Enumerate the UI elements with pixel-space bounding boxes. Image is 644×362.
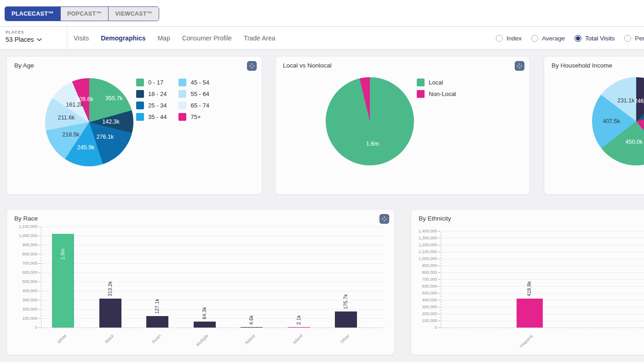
legend-swatch <box>417 79 425 86</box>
y-axis-tick-mark <box>438 259 440 259</box>
y-axis-tick-label: 0 <box>11 325 37 330</box>
pie-slice-label: 450.0k <box>626 139 643 145</box>
legend-label: 0 - 17 <box>148 79 163 86</box>
product-tab[interactable]: POPCAST™ <box>60 7 108 21</box>
y-axis-tick-label: 1,300,000 <box>410 236 437 240</box>
product-tab[interactable]: VIEWCAST™ <box>108 7 159 21</box>
x-axis-line <box>438 328 644 328</box>
radio-option-percentage[interactable]: Percentage <box>624 35 644 42</box>
y-axis-tick-mark <box>438 238 440 238</box>
expand-icon[interactable] <box>515 61 524 71</box>
x-axis-category-label: Multiple <box>183 333 209 359</box>
legend-label: 65 - 74 <box>190 102 209 109</box>
places-dropdown[interactable]: PLACES 53 Places <box>6 30 42 43</box>
gridline <box>441 231 644 232</box>
y-axis-tick-label: 500,000 <box>11 279 37 284</box>
pie-slice-label: 142.3k <box>102 119 120 125</box>
y-axis-tick-label: 600,000 <box>11 270 37 275</box>
y-axis-tick-mark <box>38 282 40 282</box>
card-title: By Ethnicity <box>419 215 451 222</box>
card-by-household-income: By Household Income 246450.0k407.5k231.1… <box>544 56 644 195</box>
y-axis-tick-label: 700,000 <box>410 277 437 282</box>
legend-swatch <box>178 90 186 98</box>
dashboard: PLACECAST™POPCAST™VIEWCAST™ PLACES 53 Pl… <box>0 0 644 362</box>
gridline <box>41 318 385 319</box>
x-axis-category-label: Native <box>230 333 256 359</box>
y-axis-tick-label: 300,000 <box>410 305 437 309</box>
x-axis-category-label: Hispanic <box>508 333 534 359</box>
y-axis-tick-mark <box>438 266 440 266</box>
y-axis-tick-label: 200,000 <box>410 311 437 316</box>
product-tab[interactable]: PLACECAST™ <box>5 7 60 21</box>
expand-icon[interactable] <box>247 61 257 71</box>
card-title: Local vs Nonlocal <box>283 62 332 69</box>
gridline <box>41 254 385 255</box>
nav-tab-map[interactable]: Map <box>157 34 170 42</box>
radio-option-total-visits[interactable]: Total Visits <box>575 35 615 42</box>
gridline <box>41 309 385 310</box>
y-axis-tick-label: 1,400,000 <box>410 229 437 233</box>
radio-option-index[interactable]: Index <box>496 35 522 42</box>
y-axis-tick-mark <box>38 309 40 310</box>
top-bar: PLACECAST™POPCAST™VIEWCAST™ <box>0 0 644 27</box>
y-axis-tick-label: 1,100,000 <box>11 224 37 229</box>
gridline <box>441 279 644 280</box>
expand-icon[interactable] <box>380 214 389 224</box>
gridline <box>41 282 385 282</box>
x-axis-category-label: Black <box>89 333 115 359</box>
pie-slice-label: 1.6m <box>366 141 379 147</box>
gridline <box>441 238 644 238</box>
y-axis-tick-mark <box>38 254 40 255</box>
gridline <box>41 272 385 273</box>
card-by-race: By Race 0100,000200,000300,000400,000500… <box>6 209 395 355</box>
chevron-down-icon <box>37 38 42 41</box>
legend-item: 45 - 54 <box>178 77 209 88</box>
radio-option-average[interactable]: Average <box>531 35 565 42</box>
legend-label: 25 - 34 <box>148 102 167 109</box>
y-axis-tick-mark <box>438 321 440 321</box>
nav-tab-demographics[interactable]: Demographics <box>101 34 145 42</box>
pie-slice-label: 246 <box>634 98 644 104</box>
card-by-age: By Age 355.7k142.3k276.1k245.9k218.5k211… <box>6 56 262 195</box>
y-axis-line <box>41 226 41 328</box>
radio-button-icon <box>531 35 538 42</box>
y-axis-tick-mark <box>438 245 440 245</box>
card-local-vs-nonlocal: Local vs Nonlocal 1.6mLocalNon-Local <box>275 56 530 195</box>
y-axis-line <box>441 231 441 328</box>
card-by-ethnicity: By Ethnicity 0100,000200,000300,000400,0… <box>411 209 644 355</box>
gridline <box>41 291 385 291</box>
gridline <box>441 272 644 273</box>
nav-tab-consumer-profile[interactable]: Consumer Profile <box>182 34 232 42</box>
nav-tab-trade-area[interactable]: Trade Area <box>244 34 276 42</box>
legend-swatch <box>136 102 144 109</box>
legend-swatch <box>136 90 144 98</box>
chart-legend: LocalNon-Local <box>417 77 456 100</box>
gridline <box>41 226 385 227</box>
x-axis-category-label: Asian <box>136 333 162 359</box>
y-axis-tick-label: 600,000 <box>410 284 437 288</box>
legend-item: Local <box>417 77 456 88</box>
nav-tab-visits[interactable]: Visits <box>74 34 89 42</box>
gridline <box>441 286 644 287</box>
y-axis-tick-label: 900,000 <box>410 263 437 268</box>
x-axis-category-label: White <box>41 333 68 359</box>
y-axis-tick-mark <box>438 231 440 232</box>
divider <box>67 27 67 50</box>
pie-slice-label: 218.5k <box>62 131 80 138</box>
pie-chart <box>45 78 133 166</box>
y-axis-tick-label: 100,000 <box>11 316 37 321</box>
bar-white <box>52 234 74 328</box>
legend-label: 55 - 64 <box>190 90 209 97</box>
legend-item: 75+ <box>178 111 209 123</box>
y-axis-tick-label: 700,000 <box>11 261 37 266</box>
y-axis-tick-mark <box>438 307 440 307</box>
y-axis-tick-mark <box>38 300 40 300</box>
bar-value-label: 419.9k <box>526 281 532 296</box>
bar-native <box>241 327 263 328</box>
view-options-radio-group: IndexAverageTotal VisitsPercentage <box>496 27 644 50</box>
radio-button-icon <box>575 35 581 42</box>
gridline <box>41 263 385 264</box>
bar-value-label: 175.7k <box>343 294 348 309</box>
legend-swatch <box>178 113 186 121</box>
legend-label: Non-Local <box>429 90 456 97</box>
